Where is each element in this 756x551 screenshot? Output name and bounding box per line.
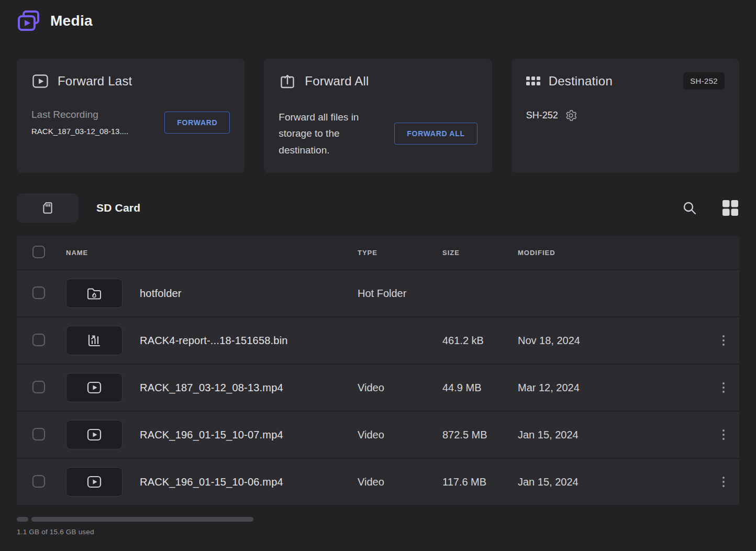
report-chart-icon — [86, 332, 103, 349]
file-name: RACK_196_01-15_10-07.mp4 — [140, 429, 358, 441]
last-recording-info: Last Recording RACK_187_03-12_08-13.... — [31, 109, 128, 136]
destination-grid-icon — [526, 76, 540, 85]
row-menu-button[interactable] — [719, 379, 728, 396]
file-modified: Mar 12, 2024 — [518, 382, 708, 394]
grid-view-button[interactable] — [721, 199, 739, 217]
row-menu-button[interactable] — [719, 426, 728, 443]
file-type: Video — [358, 429, 442, 441]
column-header-type: TYPE — [358, 249, 442, 257]
sd-card-source-button[interactable] — [17, 193, 79, 223]
file-type: Hot Folder — [358, 288, 442, 300]
file-name: hotfolder — [140, 288, 358, 300]
destination-device-name: SH-252 — [526, 110, 558, 121]
hot-folder-icon — [86, 285, 103, 302]
file-thumbnail — [66, 467, 123, 497]
storage-toolbar: SD Card — [17, 193, 739, 223]
file-size: 44.9 MB — [442, 382, 518, 394]
file-thumbnail — [66, 420, 123, 449]
last-recording-label: Last Recording — [31, 109, 128, 120]
media-logo-icon — [17, 9, 41, 32]
scrollbar-nub[interactable] — [17, 517, 28, 522]
row-checkbox[interactable] — [32, 475, 45, 488]
column-header-modified: MODIFIED — [518, 249, 708, 257]
column-header-size: SIZE — [442, 249, 518, 257]
forward-last-card: Forward Last Last Recording RACK_187_03-… — [17, 59, 244, 173]
file-modified: Nov 18, 2024 — [518, 335, 708, 347]
file-thumbnail — [66, 279, 123, 308]
file-modified: Jan 15, 2024 — [518, 476, 708, 488]
file-thumbnail — [66, 373, 123, 402]
file-size: 117.6 MB — [442, 476, 518, 488]
row-menu-button[interactable] — [719, 332, 728, 349]
forward-last-title: Forward Last — [58, 74, 132, 89]
search-icon — [682, 200, 697, 216]
row-checkbox[interactable] — [32, 428, 45, 440]
table-row[interactable]: RACK_196_01-15_10-06.mp4 Video 117.6 MB … — [17, 459, 739, 506]
row-checkbox[interactable] — [32, 286, 45, 299]
row-menu-button[interactable] — [719, 473, 728, 490]
search-button[interactable] — [682, 200, 697, 216]
file-name: RACK_196_01-15_10-06.mp4 — [140, 476, 358, 488]
table-row[interactable]: RACK_196_01-15_10-07.mp4 Video 872.5 MB … — [17, 412, 739, 459]
last-recording-filename: RACK_187_03-12_08-13.... — [31, 127, 128, 136]
horizontal-scrollbar-thumb[interactable] — [31, 517, 253, 522]
file-type: Video — [358, 382, 442, 394]
forward-all-title: Forward All — [305, 74, 369, 89]
table-row[interactable]: RACK4-report-...18-151658.bin 461.2 kB N… — [17, 317, 739, 365]
destination-settings-button[interactable] — [565, 109, 577, 122]
table-footer: 1.1 GB of 15.6 GB used — [17, 517, 739, 536]
destination-title: Destination — [549, 74, 613, 89]
file-table: NAME TYPE SIZE MODIFIED hotfolder — [17, 236, 739, 506]
forward-all-button[interactable]: FORWARD ALL — [394, 123, 477, 145]
select-all-checkbox[interactable] — [32, 246, 45, 258]
row-checkbox[interactable] — [32, 381, 45, 393]
forward-all-description: Forward all files in storage to the dest… — [279, 109, 390, 158]
file-modified: Jan 15, 2024 — [518, 429, 708, 441]
storage-source-title: SD Card — [96, 202, 140, 214]
forward-button[interactable]: FORWARD — [164, 112, 230, 134]
file-name: RACK4-report-...18-151658.bin — [140, 335, 358, 347]
row-checkbox[interactable] — [32, 334, 45, 346]
destination-card: Destination SH-252 SH-252 — [512, 59, 739, 173]
destination-badge: SH-252 — [683, 72, 725, 90]
horizontal-scrollbar[interactable] — [17, 517, 739, 522]
table-header-row: NAME TYPE SIZE MODIFIED — [17, 236, 739, 270]
grid-view-icon — [721, 199, 739, 217]
file-thumbnail — [66, 326, 123, 355]
storage-usage-text: 1.1 GB of 15.6 GB used — [17, 528, 739, 536]
video-icon — [86, 379, 103, 396]
table-row[interactable]: RACK_187_03-12_08-13.mp4 Video 44.9 MB M… — [17, 365, 739, 412]
media-page: Media Forward Last Last Recording RACK_1… — [0, 0, 756, 536]
summary-cards: Forward Last Last Recording RACK_187_03-… — [17, 59, 739, 173]
file-size: 872.5 MB — [442, 429, 518, 441]
video-icon — [86, 473, 103, 490]
gear-icon — [565, 109, 577, 122]
file-size: 461.2 kB — [442, 335, 518, 347]
file-type: Video — [358, 476, 442, 488]
page-title: Media — [50, 13, 93, 29]
upload-box-icon — [279, 72, 296, 90]
table-row[interactable]: hotfolder Hot Folder — [17, 270, 739, 317]
play-screen-icon — [31, 72, 49, 90]
page-header: Media — [17, 9, 739, 32]
sd-card-icon — [41, 201, 54, 215]
file-name: RACK_187_03-12_08-13.mp4 — [140, 382, 358, 394]
video-icon — [86, 426, 103, 443]
forward-all-card: Forward All Forward all files in storage… — [264, 59, 492, 173]
column-header-name: NAME — [66, 249, 358, 257]
